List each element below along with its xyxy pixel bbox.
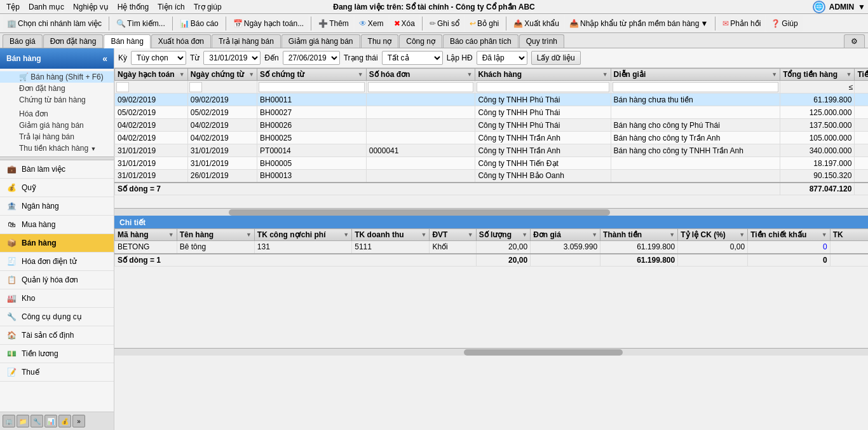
detail-hscrollbar-thumb[interactable] [464,349,623,356]
sidebar-sub-giamgia[interactable]: Giảm giá hàng bán [0,120,114,131]
dth-dongia[interactable]: Đơn giá ▼ [531,229,600,241]
sidebar-bottom-icon2[interactable]: 📁 [17,415,29,427]
menu-tienich[interactable]: Tiện ích [154,1,189,13]
filter-ngayct[interactable] [189,82,202,92]
tab-quytrinh[interactable]: Quy trình [519,34,564,48]
btn-boghi[interactable]: ↩ Bỏ ghi [465,15,503,32]
filter-sohd[interactable] [368,82,474,92]
tab-baocaophantich[interactable]: Báo cáo phân tích [443,34,519,48]
filter-khachhang[interactable] [477,82,609,92]
sidebar-bottom-icon1[interactable]: 🏢 [3,415,15,427]
den-date[interactable]: 27/06/2019 [283,51,340,65]
dth-thanhtien[interactable]: Thành tiền ▼ [600,229,678,241]
th-ngayht[interactable]: Ngày hạch toán ▼ [115,69,188,81]
menu-tep[interactable]: Tệp [3,1,24,13]
sidebar-sub-tralai[interactable]: Trả lại hàng bán [0,131,114,142]
dth-tenhang[interactable]: Tên hàng ▼ [177,229,254,241]
tab-banhang[interactable]: Bán hàng [104,34,150,48]
sidebar-item-muahang[interactable]: 🛍 Mua hàng [0,216,114,234]
sidebar-sub-thutien[interactable]: Thu tiền khách hàng ▼ [0,142,114,154]
dth-mahang[interactable]: Mã hàng ▼ [115,229,177,241]
table-row[interactable]: 31/01/2019 26/01/2019 BH00013 Công ty TN… [115,170,869,183]
table-row[interactable]: 04/02/2019 04/02/2019 BH00026 Công ty TN… [115,119,869,132]
detail-table-row[interactable]: BETONG Bê tông 131 5111 Khối 20,00 3.059… [115,241,869,254]
tab-thuno[interactable]: Thu nợ [361,34,399,48]
dth-dvt[interactable]: ĐVT ▼ [430,229,476,241]
laphd-select[interactable]: Đã lập Chưa lập Tất cả [477,51,527,65]
dth-soluong[interactable]: Số lượng ▼ [476,229,530,241]
btn-branch[interactable]: 🏢 Chọn chi nhánh làm việc [3,15,106,32]
main-hscrollbar-thumb[interactable] [229,209,610,216]
sidebar-sub-chungtubanhang[interactable]: Chứng từ bán hàng [0,94,114,106]
tab-dondathang[interactable]: Đơn đặt hàng [43,34,104,48]
sidebar-bottom-icon5[interactable]: 💰 [58,415,71,427]
sidebar-bottom-icon4[interactable]: 📊 [44,415,57,427]
sidebar-item-quanlyhoadon[interactable]: 📋 Quản lý hóa đơn [0,271,114,289]
table-row[interactable]: 05/02/2019 05/02/2019 BH00027 Công ty TN… [115,106,869,119]
btn-import[interactable]: 📥 Nhập khẩu từ phần mềm bán hàng ▼ [565,15,712,32]
menu-trogiup[interactable]: Trợ giúp [190,1,226,13]
trangthai-select[interactable]: Tất cả Đã ghi sổ Chưa ghi sổ [382,51,443,65]
sidebar-item-banlamviec[interactable]: 💼 Bàn làm việc [0,160,114,179]
th-diengiai[interactable]: Diễn giải ▼ [611,69,780,81]
tab-xuathoadon[interactable]: Xuất hóa đơn [151,34,211,48]
btn-add[interactable]: ➕ Thêm [314,15,353,32]
table-row[interactable]: 04/02/2019 04/02/2019 BH00025 Công ty TN… [115,132,869,144]
sidebar-item-nganhang[interactable]: 🏦 Ngân hàng [0,197,114,216]
main-grid-container[interactable]: Ngày hạch toán ▼ Ngày chứng từ ▼ Số chứn… [114,68,868,208]
laydulieu-button[interactable]: Lấy dữ liệu [531,51,581,65]
btn-feedback[interactable]: ✉ Phản hồi [718,15,765,32]
filter-ngayht[interactable] [116,82,129,92]
filter-diengiai[interactable] [613,82,779,92]
menu-danhmuc[interactable]: Danh mục [25,1,68,13]
filter-soct[interactable] [259,82,365,92]
btn-date[interactable]: 📅 Ngày hạch toán... [229,15,308,32]
sidebar-sub-banhang[interactable]: 🛒 Bán hàng (Shift + F6) [0,71,114,83]
sidebar-sub-dondathang[interactable]: Đơn đặt hàng [0,83,114,94]
btn-delete[interactable]: ✖ Xóa [390,15,419,32]
sidebar-item-taisan[interactable]: 🏠 Tài sản cố định [0,326,114,345]
ky-select[interactable]: Tùy chọn Tháng này Quý này Năm này [131,51,186,65]
sidebar-item-hoadondientu[interactable]: 🧾 Hóa đơn điện tử [0,253,114,271]
btn-search[interactable]: 🔍 Tìm kiếm... [112,15,170,32]
th-soct[interactable]: Số chứng từ ▼ [257,69,367,81]
th-chietkhau[interactable]: Tiền chiết khấu ▼ [855,69,868,81]
dth-tylerck[interactable]: Tỷ lệ CK (%) ▼ [678,229,748,241]
user-dropdown-icon[interactable]: ▼ [858,3,865,11]
detail-grid-container[interactable]: Mã hàng ▼ Tên hàng ▼ TK công nợ/chi phí … [114,228,868,348]
dth-tk[interactable]: TK ▼ [830,229,868,241]
btn-view[interactable]: 👁 Xem [355,15,388,32]
tu-date[interactable]: 31/01/2019 [203,51,261,65]
sidebar-item-congcu[interactable]: 🔧 Công cụ dụng cụ [0,308,114,326]
th-ngayct[interactable]: Ngày chứng từ ▼ [187,69,257,81]
btn-export[interactable]: 📤 Xuất khẩu [509,15,564,32]
sidebar-bottom-icon3[interactable]: 🔧 [31,415,43,427]
sidebar-sub-hoadon[interactable]: Hóa đơn [0,108,114,120]
table-row[interactable]: 31/01/2019 31/01/2019 PT00014 0000041 Cô… [115,144,869,157]
dth-tkdoanhthu[interactable]: TK doanh thu ▼ [352,229,430,241]
sidebar-item-quy[interactable]: 💰 Quỹ [0,179,114,197]
btn-report[interactable]: 📊 Báo cáo [175,15,223,32]
th-tongtien[interactable]: Tổng tiền hàng ▼ [780,69,855,81]
sidebar-collapse-icon[interactable]: « [102,53,107,64]
dth-tienchietkhau[interactable]: Tiền chiết khấu ▼ [748,229,831,241]
sidebar-bottom-icon6[interactable]: » [72,415,85,427]
th-khachhang[interactable]: Khách hàng ▼ [475,69,611,81]
sidebar-item-kho[interactable]: 🏭 Kho [0,289,114,308]
detail-hscrollbar[interactable] [114,348,868,356]
dth-tkcongno[interactable]: TK công nợ/chi phí ▼ [254,229,351,241]
btn-ghiso[interactable]: ✏ Ghi sổ [425,15,464,32]
table-row[interactable]: 31/01/2019 31/01/2019 BH00005 Công ty TN… [115,157,869,170]
tab-baogia[interactable]: Báo giá [3,34,43,48]
menu-hethong[interactable]: Hệ thống [114,1,153,13]
sidebar-item-thue[interactable]: 📝 Thuế [0,363,114,382]
tab-settings[interactable]: ⚙ [844,34,865,48]
tab-giamgiahangban[interactable]: Giảm giá hàng bán [281,34,360,48]
tab-congno[interactable]: Công nợ [399,34,442,48]
sidebar-item-tienluong[interactable]: 💵 Tiền lương [0,345,114,363]
tab-tralaihangban[interactable]: Trả lại hàng bán [212,34,281,48]
main-hscrollbar[interactable] [114,208,868,216]
sidebar-item-banhang[interactable]: 📦 Bán hàng [0,234,114,253]
menu-nghiepvu[interactable]: Nghiệp vụ [69,1,112,13]
btn-help[interactable]: ❓ Giúp [766,15,802,32]
